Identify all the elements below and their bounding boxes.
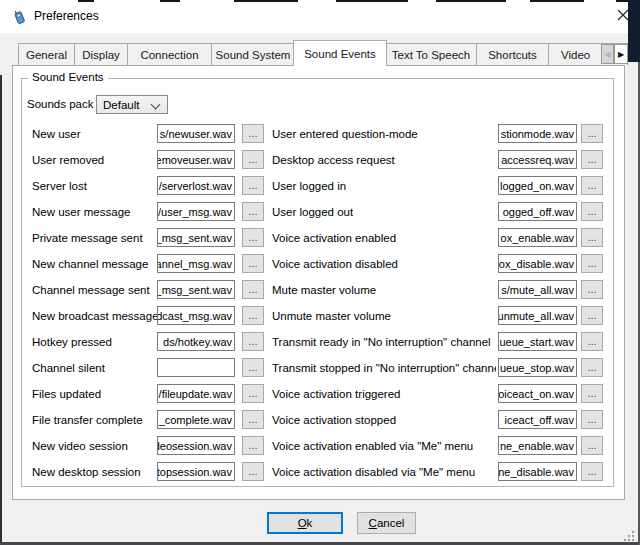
tab-sound-system[interactable]: Sound System — [211, 43, 295, 65]
resize-grip[interactable] — [632, 531, 634, 533]
browse-button[interactable]: ... — [581, 332, 603, 351]
sound-file-input[interactable]: ueue_start.wav — [498, 332, 577, 351]
sound-file-value: logged_on.wav — [500, 180, 574, 192]
event-label: Transmit stopped in "No interruption" ch… — [272, 362, 496, 374]
sound-event-row: Mute master volume s/mute_all.wav ... — [0, 277, 640, 303]
app-icon — [12, 9, 27, 24]
event-label: Unmute master volume — [272, 310, 391, 322]
groupbox-title: Sound Events — [28, 71, 108, 83]
browse-button[interactable]: ... — [581, 254, 603, 273]
sound-file-value: oiceact_on.wav — [498, 388, 574, 400]
sound-file-input[interactable]: ox_enable.wav — [498, 228, 577, 247]
browse-button[interactable]: ... — [581, 384, 603, 403]
tab-shortcuts[interactable]: Shortcuts — [476, 43, 549, 65]
event-label: User logged out — [272, 206, 353, 218]
ok-button[interactable]: Ok — [267, 512, 343, 534]
browse-button[interactable]: ... — [581, 306, 603, 325]
sound-event-row: Voice activation disabled ox_disable.wav… — [0, 251, 640, 277]
browse-button[interactable]: ... — [581, 176, 603, 195]
event-label: User logged in — [272, 180, 346, 192]
browse-button[interactable]: ... — [581, 436, 603, 455]
sound-event-row: User logged in logged_on.wav ... — [0, 173, 640, 199]
sound-file-input[interactable]: ox_disable.wav — [498, 254, 577, 273]
sound-file-value: ogged_off.wav — [503, 206, 574, 218]
sound-event-row: Voice activation enabled via "Me" menu n… — [0, 433, 640, 459]
title-bar: Preferences — [0, 0, 628, 33]
event-label: Voice activation stopped — [272, 414, 396, 426]
tab-connection[interactable]: Connection — [127, 43, 212, 65]
sound-event-row: Transmit stopped in "No interruption" ch… — [0, 355, 640, 381]
sound-event-row: Voice activation disabled via "Me" menu … — [0, 459, 640, 485]
event-label: Mute master volume — [272, 284, 376, 296]
arrow-right-icon: ▶ — [618, 50, 624, 59]
sound-file-value: iceact_off.wav — [504, 414, 574, 426]
event-label: Voice activation enabled — [272, 232, 396, 244]
sound-file-value: ne_disable.wav — [498, 466, 574, 478]
browse-button[interactable]: ... — [581, 280, 603, 299]
sound-event-row: Transmit ready in "No interruption" chan… — [0, 329, 640, 355]
sound-event-row: User logged out ogged_off.wav ... — [0, 199, 640, 225]
browse-button[interactable]: ... — [581, 150, 603, 169]
sound-file-input[interactable]: stionmode.wav — [498, 124, 577, 143]
browse-button[interactable]: ... — [581, 202, 603, 221]
browse-button[interactable]: ... — [581, 124, 603, 143]
cancel-button[interactable]: Cancel — [357, 512, 416, 534]
sound-event-row: User entered question-mode stionmode.wav… — [0, 121, 640, 147]
sound-event-row: Voice activation enabled ox_enable.wav .… — [0, 225, 640, 251]
arrow-left-icon: ◀ — [604, 50, 610, 59]
browse-button[interactable]: ... — [581, 462, 603, 481]
tab-scroll-left-button[interactable]: ◀ — [601, 44, 614, 64]
tab-sound-events[interactable]: Sound Events — [293, 40, 387, 66]
sound-file-input[interactable]: accessreq.wav — [498, 150, 577, 169]
sounds-pack-select[interactable]: Default — [96, 95, 168, 114]
event-label: Voice activation disabled via "Me" menu — [272, 466, 475, 478]
sound-event-row: Voice activation stopped iceact_off.wav … — [0, 407, 640, 433]
browse-button[interactable]: ... — [581, 410, 603, 429]
sound-file-value: ox_enable.wav — [501, 232, 574, 244]
event-label: Desktop access request — [272, 154, 395, 166]
tab-general[interactable]: General — [18, 43, 75, 65]
sounds-pack-label: Sounds pack — [27, 98, 94, 110]
sound-file-input[interactable]: ne_disable.wav — [498, 462, 577, 481]
sound-file-value: ox_disable.wav — [499, 258, 574, 270]
sound-file-value: ne_enable.wav — [500, 440, 574, 452]
sound-file-input[interactable]: ogged_off.wav — [498, 202, 577, 221]
browse-button[interactable]: ... — [581, 228, 603, 247]
preferences-dialog: Preferences VideoShortcutsText To Speech… — [0, 0, 640, 545]
event-label: Voice activation enabled via "Me" menu — [272, 440, 473, 452]
sound-file-input[interactable]: ueue_stop.wav — [498, 358, 577, 377]
window-title: Preferences — [34, 9, 99, 23]
sound-event-row: Voice activation triggered oiceact_on.wa… — [0, 381, 640, 407]
browse-button[interactable]: ... — [581, 358, 603, 377]
sound-file-input[interactable]: iceact_off.wav — [498, 410, 577, 429]
sound-event-row: Desktop access request accessreq.wav ... — [0, 147, 640, 173]
tab-scroll-right-button[interactable]: ▶ — [614, 44, 628, 64]
sound-file-value: accessreq.wav — [501, 154, 574, 166]
sound-file-input[interactable]: unmute_all.wav — [498, 306, 577, 325]
chevron-down-icon — [151, 100, 161, 110]
event-label: Voice activation triggered — [272, 388, 401, 400]
event-label: Voice activation disabled — [272, 258, 398, 270]
event-label: User entered question-mode — [272, 128, 418, 140]
sound-file-input[interactable]: logged_on.wav — [498, 176, 577, 195]
screen-edge-artifact-right-top — [628, 0, 640, 62]
event-label: Transmit ready in "No interruption" chan… — [272, 336, 491, 348]
sound-file-value: s/mute_all.wav — [501, 284, 574, 296]
sound-file-value: ueue_start.wav — [499, 336, 574, 348]
sound-event-row: Unmute master volume unmute_all.wav ... — [0, 303, 640, 329]
sound-file-value: unmute_all.wav — [498, 310, 574, 322]
tab-display[interactable]: Display — [74, 43, 128, 65]
sound-file-input[interactable]: s/mute_all.wav — [498, 280, 577, 299]
sound-file-input[interactable]: ne_enable.wav — [498, 436, 577, 455]
tab-text-to-speech[interactable]: Text To Speech — [385, 43, 477, 65]
sound-file-value: stionmode.wav — [501, 128, 574, 140]
sounds-pack-value: Default — [103, 99, 139, 111]
sound-file-input[interactable]: oiceact_on.wav — [498, 384, 577, 403]
sound-file-value: ueue_stop.wav — [500, 362, 574, 374]
